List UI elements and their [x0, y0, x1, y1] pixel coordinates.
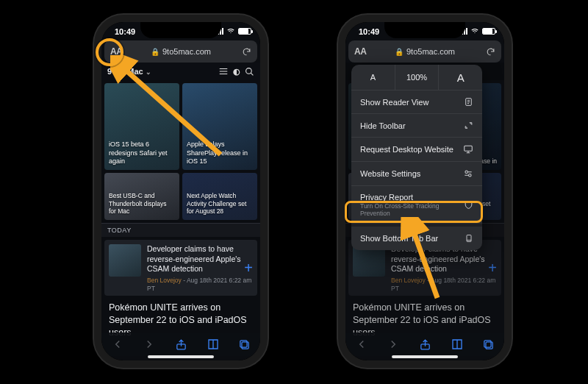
bookmarks-button[interactable]: [451, 338, 464, 351]
safari-toolbar: [101, 333, 260, 356]
svg-rect-8: [467, 235, 471, 242]
status-time: 10:49: [115, 27, 135, 36]
address-bar[interactable]: AA 🔒 9to5mac.com: [104, 40, 257, 63]
zoom-out-button[interactable]: A: [351, 65, 395, 90]
status-time: 10:49: [359, 27, 379, 36]
search-icon[interactable]: [245, 67, 254, 77]
svg-point-7: [469, 174, 472, 177]
svg-point-6: [465, 171, 468, 174]
featured-row-2: Best USB-C and Thunderbolt displays for …: [101, 173, 260, 223]
tab-bar-icon: [465, 233, 473, 243]
svg-rect-5: [465, 146, 473, 151]
forward-button[interactable]: [387, 338, 400, 351]
article-title: Developer claims to have reverse-enginee…: [147, 244, 241, 273]
hamburger-icon[interactable]: [218, 66, 229, 77]
back-button[interactable]: [355, 338, 368, 351]
article-card[interactable]: Developer claims to have reverse-enginee…: [104, 240, 257, 296]
add-icon[interactable]: +: [244, 260, 253, 277]
phone-right: 10:49 AA 🔒 9to5mac.com: [338, 15, 512, 368]
reader-icon: [464, 97, 473, 107]
site-header: 9TO5Mac ⌄ ◐: [101, 63, 260, 80]
zoom-row: A 100% A: [351, 65, 482, 90]
site-logo[interactable]: 9TO5Mac ⌄: [107, 67, 151, 76]
section-divider: TODAY: [101, 223, 260, 237]
share-button[interactable]: [419, 338, 431, 351]
back-button[interactable]: [111, 338, 124, 351]
annotation-circle: [96, 38, 123, 66]
annotation-rect: [345, 201, 483, 223]
text-size-button[interactable]: AA: [354, 46, 366, 57]
home-indicator[interactable]: [148, 355, 214, 358]
home-indicator[interactable]: [392, 355, 458, 358]
theme-toggle-icon[interactable]: ◐: [233, 67, 240, 77]
phone-left: 10:49 AA 🔒 9to5mac.com 9TO5Mac: [94, 15, 268, 368]
reload-icon[interactable]: [486, 47, 495, 57]
battery-icon: [238, 28, 251, 35]
add-icon[interactable]: +: [488, 260, 497, 277]
featured-tile[interactable]: Next Apple Watch Activity Challenge set …: [182, 173, 257, 220]
zoom-percent: 100%: [395, 65, 440, 90]
safari-toolbar: [345, 333, 504, 356]
address-bar[interactable]: AA 🔒 9to5mac.com: [348, 40, 501, 63]
menu-item-show-bottom-tab-bar[interactable]: Show Bottom Tab Bar: [351, 224, 482, 250]
featured-tile[interactable]: Best USB-C and Thunderbolt displays for …: [104, 173, 179, 220]
svg-rect-11: [484, 340, 491, 346]
article-author: Ben Lovejoy: [147, 277, 182, 284]
address-domain: 9to5mac.com: [162, 47, 211, 56]
notch: [140, 22, 221, 38]
settings-toggle-icon: [463, 168, 473, 179]
zoom-in-button[interactable]: A: [439, 65, 482, 90]
svg-rect-2: [242, 341, 248, 348]
address-domain: 9to5mac.com: [406, 47, 455, 56]
lock-icon: 🔒: [395, 48, 404, 56]
tabs-button[interactable]: [238, 338, 251, 351]
featured-tile[interactable]: Apple delays SharePlay release in iOS 15: [182, 83, 257, 170]
battery-icon: [482, 28, 495, 35]
bookmarks-button[interactable]: [207, 338, 220, 351]
svg-rect-3: [240, 340, 247, 346]
expand-icon: [464, 121, 473, 130]
lock-icon: 🔒: [151, 48, 159, 56]
svg-rect-10: [486, 341, 492, 348]
menu-item-reader-view[interactable]: Show Reader View: [351, 90, 482, 113]
wifi-icon: [226, 27, 235, 35]
notch: [384, 22, 465, 38]
tabs-button[interactable]: [482, 338, 495, 351]
svg-point-0: [246, 68, 252, 74]
article-thumbnail: [109, 244, 141, 277]
menu-item-website-settings[interactable]: Website Settings: [351, 161, 482, 185]
featured-row-1: iOS 15 beta 6 redesigns Safari yet again…: [101, 80, 260, 173]
share-button[interactable]: [175, 338, 187, 351]
menu-item-hide-toolbar[interactable]: Hide Toolbar: [351, 113, 482, 137]
featured-tile[interactable]: iOS 15 beta 6 redesigns Safari yet again: [104, 83, 179, 170]
desktop-icon: [463, 144, 473, 154]
forward-button[interactable]: [143, 338, 156, 351]
reload-icon[interactable]: [242, 47, 251, 57]
wifi-icon: [470, 27, 479, 35]
menu-item-desktop-website[interactable]: Request Desktop Website: [351, 137, 482, 161]
